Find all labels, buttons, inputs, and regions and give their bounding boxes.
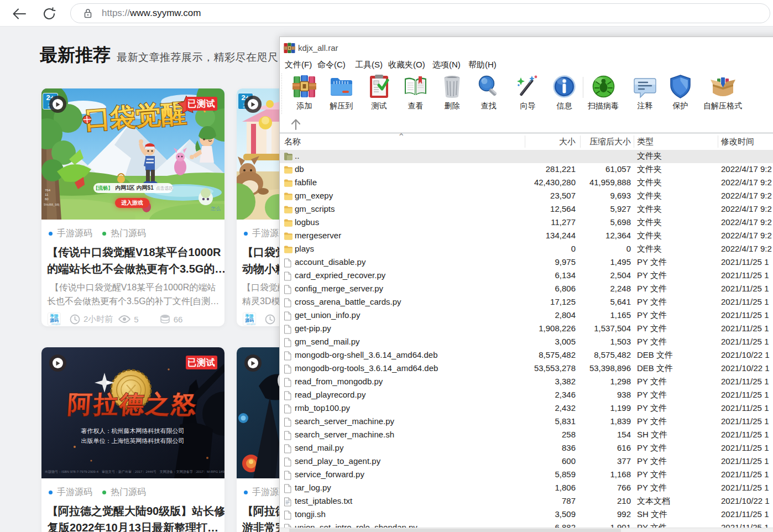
svg-text:怎么: 怎么 (210, 206, 221, 211)
tag-1[interactable]: 手游源码 (49, 487, 92, 498)
toolbar-button-protect[interactable]: 保护 (668, 74, 693, 111)
file-row-gm_send_mail.py[interactable]: gm_send_mail.py3,0051,503PY 文件2021/11/25… (280, 336, 773, 349)
column-header-type[interactable]: 类型 (637, 137, 654, 147)
column-header-modified[interactable]: 修改时间 (721, 137, 754, 147)
file-row-gm_scripts[interactable]: gm_scripts12,5645,927文件夹2022/4/17 9:2 (280, 203, 773, 216)
scrollbar-thumb[interactable] (289, 529, 621, 532)
card-cover-image[interactable]: 阿拉德之怒 著作权人：杭州藤木网络科技有限公司 出版单位：上海恺英网络科技有限公… (41, 347, 224, 478)
file-row-config_merge_server.py[interactable]: config_merge_server.py6,8062,248PY 文件202… (280, 283, 773, 296)
winrar-titlebar[interactable]: kdjx_all.rar (280, 37, 773, 60)
file-row-account_disable.py[interactable]: account_disable.py9,9751,495PY 文件2021/11… (280, 256, 773, 269)
horizontal-scrollbar[interactable] (280, 528, 773, 532)
tag-2[interactable]: 热门源码 (102, 228, 146, 239)
card-body: 手游源码热门源码 【传说中口袋觉醒V18某平台1000R 的端站长也不会做热更有… (41, 220, 224, 326)
file-row-mergeserver[interactable]: mergeserver134,24412,364文件夹2022/4/17 9:2 (280, 230, 773, 243)
file-row-get-pip.py[interactable]: get-pip.py1,908,2261,537,504PY 文件2021/11… (280, 322, 773, 336)
column-divider[interactable] (580, 135, 581, 148)
toolbar-button-find[interactable]: 查找 (476, 74, 501, 111)
folder-icon (284, 232, 293, 240)
play-button[interactable] (49, 354, 66, 372)
file-packed-size: 0 (525, 244, 631, 253)
card-title-line2[interactable]: 的端站长也不会做热更有个3.5G的… (47, 260, 219, 277)
back-button[interactable] (10, 4, 29, 23)
file-row-updir[interactable]: ..文件夹 (280, 150, 773, 163)
file-row-rmb_top100.py[interactable]: rmb_top100.py2,4321,199PY 文件2021/11/25 1 (280, 402, 773, 415)
file-row-cross_arena_battle_cards.py[interactable]: cross_arena_battle_cards.py17,1255,641PY… (280, 296, 773, 309)
card-title-line1[interactable]: 【传说中口袋觉醒V18某平台1000R (47, 244, 219, 260)
article-card-3[interactable]: 阿拉德之怒 著作权人：杭州藤木网络科技有限公司 出版单位：上海恺英网络科技有限公… (41, 347, 224, 532)
file-row-search_server_machine.py[interactable]: search_server_machine.py5,8311,839PY 文件2… (280, 415, 773, 429)
toolbar-label: 向导 (515, 101, 540, 111)
file-packed-size: 1,168 (525, 470, 631, 479)
test-icon (367, 74, 391, 99)
file-row-read_playrecord.py[interactable]: read_playrecord.py2,346938PY 文件2021/11/2… (280, 389, 773, 402)
file-row-fabfile[interactable]: fabfile42,430,28041,959,888文件夹2022/4/17 … (280, 176, 773, 190)
toolbar-button-view[interactable]: 查看 (403, 74, 428, 111)
file-row-card_expried_recover.py[interactable]: card_expried_recover.py6,1342,504PY 文件20… (280, 269, 773, 283)
column-divider[interactable] (525, 135, 525, 148)
menu-item-options[interactable]: 选项(N) (432, 60, 461, 70)
card-title-line1[interactable]: 【阿拉德之觉醒大陆90级版】站长修 (47, 503, 219, 519)
card-title-line2[interactable]: 复版2022年10月13日最新整理打… (47, 519, 219, 532)
play-button[interactable] (49, 96, 66, 113)
toolbar-button-test[interactable]: 测试 (367, 74, 391, 111)
menu-item-file[interactable]: 文件(F) (285, 60, 312, 70)
toolbar-button-delete[interactable]: 删除 (440, 74, 464, 111)
toolbar-label: 自解压格式 (703, 101, 742, 111)
file-type: PY 文件 (637, 270, 667, 281)
file-row-union_set_intro_role_shendan.py[interactable]: union_set_intro_role_shendan.py6,8821,90… (280, 521, 773, 528)
file-type: PY 文件 (637, 456, 667, 467)
toolbar-button-comment[interactable]: 注释 (633, 74, 657, 111)
menu-item-tools[interactable]: 工具(S) (355, 60, 383, 70)
file-icon (284, 404, 291, 414)
column-divider[interactable] (634, 135, 634, 148)
file-row-mongodb-org-tools_3.6.14_amd64.deb[interactable]: mongodb-org-tools_3.6.14_amd64.deb53,553… (280, 362, 773, 375)
file-name: gm_scripts (295, 204, 335, 213)
address-bar[interactable]: https://www.syymw.com (70, 3, 770, 23)
toolbar-button-sfx[interactable]: 自解压格式 (703, 74, 742, 111)
file-row-send_mail.py[interactable]: send_mail.py836616PY 文件2021/11/25 1 (280, 442, 773, 455)
file-row-logbus[interactable]: logbus11,2775,698文件夹2022/4/17 9:2 (280, 216, 773, 230)
file-type: PY 文件 (637, 390, 667, 400)
menu-item-commands[interactable]: 命令(C) (317, 60, 346, 70)
file-row-plays[interactable]: plays00文件夹2022/4/17 9:2 (280, 243, 773, 256)
refresh-button[interactable] (40, 4, 59, 23)
card-cover-image[interactable]: 口袋觉醒 764 11 60 5%/88_98| 怎么 2+ 适龄提示 已测试 … (41, 88, 224, 220)
file-row-search_server_machine.sh[interactable]: search_server_machine.sh258154SH 文件2021/… (280, 429, 773, 442)
up-one-level-button[interactable] (286, 117, 305, 132)
file-row-db[interactable]: db281,22161,057文件夹2022/4/17 9:2 (280, 163, 773, 176)
add-icon (292, 74, 317, 99)
file-row-send_play_to_agent.py[interactable]: send_play_to_agent.py600377PY 文件2021/11/… (280, 455, 773, 468)
column-divider[interactable] (718, 135, 718, 148)
toolbar-button-extract[interactable]: 解压到 (329, 74, 354, 111)
file-type: 文件夹 (637, 204, 662, 215)
file-type: PY 文件 (637, 284, 667, 294)
article-card-1[interactable]: 口袋觉醒 764 11 60 5%/88_98| 怎么 2+ 适龄提示 已测试 … (41, 88, 224, 326)
play-button[interactable] (244, 354, 262, 372)
toolbar-button-wizard[interactable]: 向导 (515, 74, 540, 111)
menu-item-help[interactable]: 帮助(H) (468, 60, 497, 70)
tag-2[interactable]: 热门源码 (102, 487, 146, 498)
file-row-test_iptables.txt[interactable]: test_iptables.txt787210文本文档2021/10/22 1 (280, 495, 773, 508)
up-arrow-icon (290, 118, 301, 131)
toolbar-button-info[interactable]: 信息 (552, 74, 577, 111)
menu-item-favorites[interactable]: 收藏夹(O) (388, 60, 425, 70)
toolbar-button-add[interactable]: 添加 (292, 74, 317, 111)
column-header-packed[interactable]: 压缩后大小 (525, 137, 631, 147)
file-row-tongji.sh[interactable]: tongji.sh3,509992SH 文件2021/11/25 1 (280, 508, 773, 521)
file-icon (284, 431, 291, 440)
play-button[interactable] (244, 96, 262, 113)
file-row-get_union_info.py[interactable]: get_union_info.py2,8041,165PY 文件2021/11/… (280, 309, 773, 322)
file-row-mongodb-org-shell_3.6.14_amd64.deb[interactable]: mongodb-org-shell_3.6.14_amd64.deb8,575,… (280, 349, 773, 362)
file-row-tar_log.py[interactable]: tar_log.py1,806766PY 文件2021/11/25 1 (280, 482, 773, 495)
enter-game-button[interactable]: 进入游戏 (115, 198, 149, 208)
tag-1[interactable]: 手游源码 (49, 228, 92, 239)
toolbar-button-scan[interactable]: 扫描病毒 (588, 74, 619, 111)
file-icon (284, 484, 291, 493)
file-name: gm_exepy (295, 191, 333, 200)
file-row-gm_exepy[interactable]: gm_exepy23,5079,693文件夹2022/4/17 9:2 (280, 190, 773, 203)
column-header-name[interactable]: 名称 (284, 137, 301, 147)
file-row-read_from_mongodb.py[interactable]: read_from_mongodb.py3,3821,298PY 文件2021/… (280, 375, 773, 389)
file-row-service_forward.py[interactable]: service_forward.py5,8591,168PY 文件2021/11… (280, 468, 773, 482)
file-modified: 2022/4/17 9:2 (721, 244, 772, 253)
